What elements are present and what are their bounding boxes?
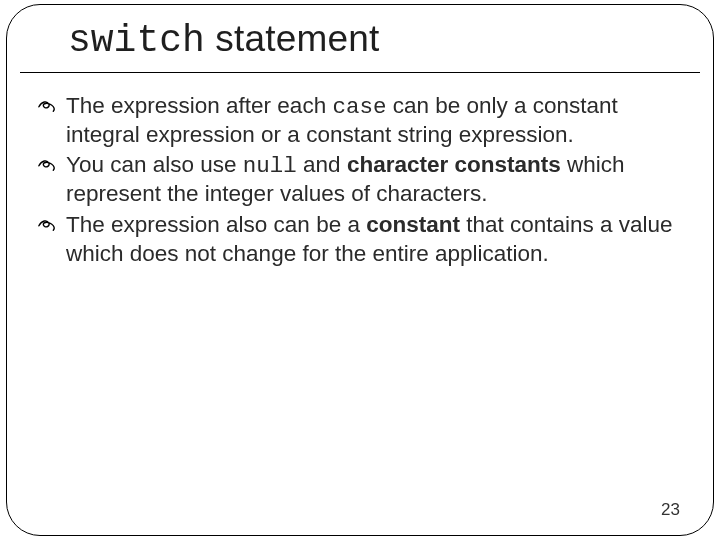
bold-text: character constants [347, 152, 561, 177]
title-code: switch [68, 19, 205, 62]
title-rest: statement [205, 18, 380, 59]
title-underline [20, 72, 700, 73]
code-text: case [332, 94, 386, 120]
text: The expression also can be a [66, 212, 366, 237]
list-item: The expression also can be a constant th… [36, 211, 680, 268]
slide: switch statement The expression after ea… [0, 0, 720, 540]
bullet-list: The expression after each case can be on… [36, 92, 680, 268]
list-item: You can also use null and character cons… [36, 151, 680, 208]
text: You can also use [66, 152, 243, 177]
bold-text: constant [366, 212, 460, 237]
text: The expression after each [66, 93, 332, 118]
slide-body: The expression after each case can be on… [36, 92, 680, 270]
slide-frame [6, 4, 714, 536]
page-number: 23 [661, 500, 680, 520]
slide-title: switch statement [68, 18, 380, 62]
code-text: null [243, 153, 297, 179]
list-item: The expression after each case can be on… [36, 92, 680, 149]
text: and [297, 152, 347, 177]
